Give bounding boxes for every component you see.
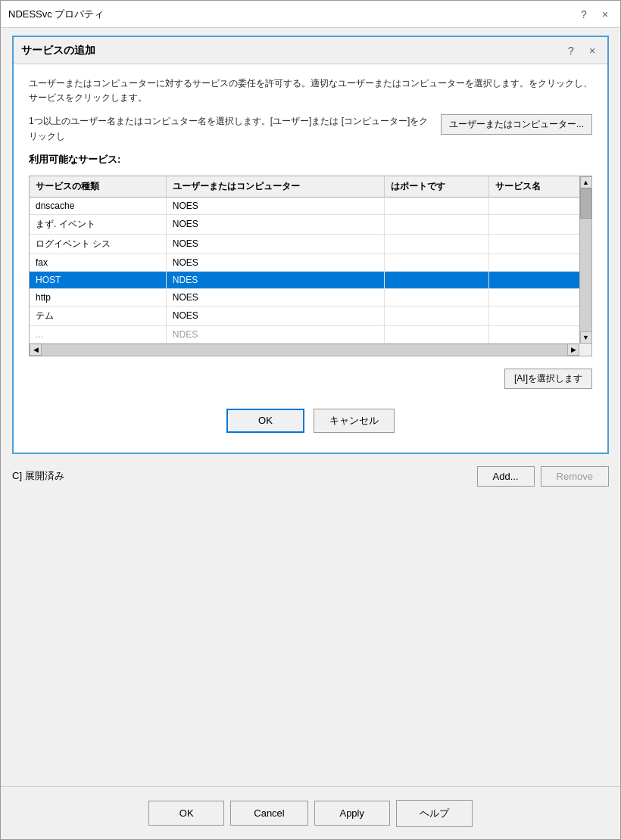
cell-port <box>384 306 489 325</box>
cell-user-computer: NOES <box>166 197 384 214</box>
title-bar-controls: ? × <box>576 7 613 22</box>
cell-service-type: ... <box>30 325 166 343</box>
table-row[interactable]: dnscacheNOES <box>30 197 579 214</box>
scroll-track <box>580 188 591 331</box>
table-row[interactable]: HOSTNDES <box>30 271 579 288</box>
cell-service-type: dnscache <box>30 197 166 214</box>
cell-service-name <box>489 214 579 234</box>
outer-window: NDESSvc プロパティ ? × サービスの追加 ? × ユーザーまたはコンピ… <box>0 0 621 840</box>
available-services-label: 利用可能なサービス: <box>29 153 592 166</box>
cell-port <box>384 288 489 306</box>
cell-port <box>384 271 489 288</box>
inner-dialog-titlebar: サービスの追加 ? × <box>14 37 607 64</box>
cell-port <box>384 197 489 214</box>
inner-help-button[interactable]: ? <box>563 43 579 58</box>
cell-port <box>384 254 489 271</box>
cell-service-type: fax <box>30 254 166 271</box>
table-row[interactable]: ...NDES <box>30 325 579 343</box>
bottom-section: C] 展開済み Add... Remove <box>12 462 609 491</box>
help-button[interactable]: ヘルプ <box>396 800 473 827</box>
horizontal-scrollbar: ◀ ▶ <box>29 344 592 356</box>
cell-service-name <box>489 197 579 214</box>
col-header-port: はポートです <box>384 176 489 198</box>
ok-button[interactable]: OK <box>148 801 224 826</box>
cell-port <box>384 325 489 343</box>
cell-service-type: HOST <box>30 271 166 288</box>
col-header-service-name: サービス名 <box>489 176 579 198</box>
table-row[interactable]: ログイベント シスNOES <box>30 234 579 254</box>
cell-service-name <box>489 306 579 325</box>
user-computer-section: 1つ以上のユーザー名またはコンピュター名を選択します。[ユーザー]または [コン… <box>29 114 592 143</box>
services-table: サービスの種類 ユーザーまたはコンピューター はポートです サービス名 dnsc… <box>30 176 579 344</box>
cell-port <box>384 214 489 234</box>
main-content: サービスの追加 ? × ユーザーまたはコンピューターに対するサービスの委任を許可… <box>1 28 620 786</box>
cell-user-computer: NOES <box>166 254 384 271</box>
cell-user-computer: NOES <box>166 234 384 254</box>
remove-button[interactable]: Remove <box>541 466 609 487</box>
inner-dialog-body: ユーザーまたはコンピューターに対するサービスの委任を許可する。適切なユーザーまた… <box>14 64 607 453</box>
table-header-row: サービスの種類 ユーザーまたはコンピューター はポートです サービス名 <box>30 176 579 198</box>
scroll-up-button[interactable]: ▲ <box>580 176 592 188</box>
vertical-scrollbar: ▲ ▼ <box>579 176 591 344</box>
description-text: ユーザーまたはコンピューターに対するサービスの委任を許可する。適切なユーザーまた… <box>29 76 592 105</box>
scroll-thumb[interactable] <box>580 188 591 219</box>
apply-button[interactable]: Apply <box>314 801 390 826</box>
table-with-scrollbars: サービスの種類 ユーザーまたはコンピューター はポートです サービス名 dnsc… <box>29 176 592 344</box>
bottom-buttons: Add... Remove <box>477 466 609 487</box>
cell-user-computer: NDES <box>166 271 384 288</box>
cancel-button[interactable]: Cancel <box>230 801 307 826</box>
table-row[interactable]: faxNOES <box>30 254 579 271</box>
col-header-service-type: サービスの種類 <box>30 176 166 198</box>
table-row[interactable]: httpNOES <box>30 288 579 306</box>
cell-user-computer: NDES <box>166 325 384 343</box>
table-row[interactable]: テムNOES <box>30 306 579 325</box>
title-bar: NDESSvc プロパティ ? × <box>1 1 620 28</box>
cell-port <box>384 234 489 254</box>
inner-cancel-button[interactable]: キャンセル <box>314 409 395 433</box>
col-header-user-computer: ユーザーまたはコンピューター <box>166 176 384 198</box>
inner-close-button[interactable]: × <box>585 43 600 58</box>
inner-dialog-controls: ? × <box>563 43 600 58</box>
select-all-section: [AI]を選択します <box>29 366 592 392</box>
cell-user-computer: NOES <box>166 214 384 234</box>
user-computer-button[interactable]: ユーザーまたはコンピューター... <box>441 114 592 135</box>
deployed-label: C] 展開済み <box>12 469 64 483</box>
table-row[interactable]: まず. イベントNOES <box>30 214 579 234</box>
cell-service-type: http <box>30 288 166 306</box>
cell-service-name <box>489 325 579 343</box>
inner-dialog: サービスの追加 ? × ユーザーまたはコンピューターに対するサービスの委任を許可… <box>12 36 609 454</box>
services-table-wrapper: サービスの種類 ユーザーまたはコンピューター はポートです サービス名 dnsc… <box>29 176 592 356</box>
cell-user-computer: NOES <box>166 306 384 325</box>
table-inner: サービスの種類 ユーザーまたはコンピューター はポートです サービス名 dnsc… <box>30 176 579 344</box>
cell-service-name <box>489 288 579 306</box>
cell-user-computer: NOES <box>166 288 384 306</box>
hscroll-spacer <box>579 344 591 356</box>
cell-service-name <box>489 271 579 288</box>
select-all-button[interactable]: [AI]を選択します <box>504 369 592 389</box>
outer-help-button[interactable]: ? <box>576 7 591 22</box>
inner-ok-button[interactable]: OK <box>226 409 304 433</box>
bottom-bar: OK Cancel Apply ヘルプ <box>1 786 620 839</box>
outer-close-button[interactable]: × <box>598 7 613 22</box>
hscroll-right-button[interactable]: ▶ <box>567 344 579 356</box>
cell-service-type: まず. イベント <box>30 214 166 234</box>
inner-dialog-title: サービスの追加 <box>21 44 95 58</box>
window-title: NDESSvc プロパティ <box>8 8 104 21</box>
dialog-buttons: OK キャンセル <box>29 401 592 440</box>
hscroll-track <box>42 344 567 356</box>
scroll-down-button[interactable]: ▼ <box>580 331 592 344</box>
add-button[interactable]: Add... <box>477 466 535 487</box>
cell-service-name <box>489 254 579 271</box>
user-computer-text: 1つ以上のユーザー名またはコンピュター名を選択します。[ユーザー]または [コン… <box>29 114 433 143</box>
cell-service-name <box>489 234 579 254</box>
cell-service-type: テム <box>30 306 166 325</box>
cell-service-type: ログイベント シス <box>30 234 166 254</box>
hscroll-left-button[interactable]: ◀ <box>30 344 42 356</box>
